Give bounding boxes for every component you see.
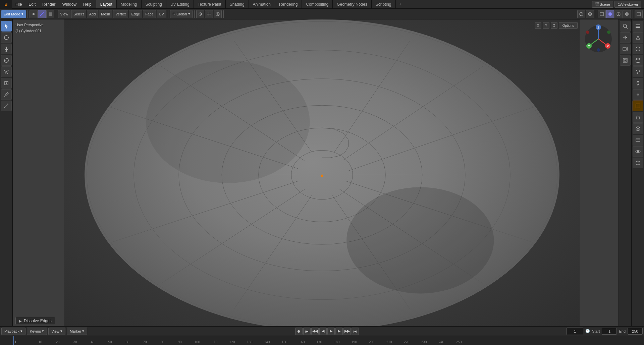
transform-pivot-btn[interactable] bbox=[196, 10, 204, 18]
keying-menu[interactable]: Keying ▾ bbox=[27, 328, 47, 335]
tab-shading[interactable]: Shading bbox=[226, 0, 249, 8]
viewport-zoom-btn[interactable] bbox=[620, 21, 631, 32]
material-panel-btn[interactable] bbox=[633, 44, 643, 54]
svg-text:Z: Z bbox=[597, 26, 599, 29]
add-workspace-button[interactable]: + bbox=[396, 0, 405, 8]
marker-menu[interactable]: Marker ▾ bbox=[67, 328, 87, 335]
constraints-panel-btn[interactable] bbox=[633, 89, 643, 100]
menu-edit[interactable]: Edit bbox=[25, 0, 39, 8]
proportional-edit-btn[interactable] bbox=[214, 10, 222, 18]
annotate-tool[interactable] bbox=[1, 89, 12, 100]
world-panel-btn[interactable] bbox=[633, 158, 643, 168]
scale-tool[interactable] bbox=[1, 66, 12, 77]
mesh-canvas bbox=[13, 19, 631, 326]
select-tool[interactable] bbox=[1, 21, 12, 32]
play-btn[interactable]: ▶ bbox=[327, 328, 335, 335]
object-panel-btn[interactable] bbox=[633, 101, 643, 111]
playback-menu[interactable]: Playback ▾ bbox=[1, 328, 25, 335]
viewport-select-icon[interactable] bbox=[635, 10, 643, 18]
viewport-camera-btn[interactable] bbox=[620, 44, 631, 54]
show-gizmo-btn[interactable] bbox=[577, 10, 585, 18]
face-select-btn[interactable] bbox=[46, 10, 54, 18]
bottom-playback-bar: Playback ▾ Keying ▾ View ▾ Marker ▾ ⏺ ⏮ … bbox=[0, 326, 644, 336]
scene-icon: 🎬 bbox=[595, 2, 600, 6]
add-menu[interactable]: Add bbox=[87, 10, 98, 18]
transform-space[interactable]: ⊕ Global ▾ bbox=[170, 10, 193, 18]
svg-point-75 bbox=[623, 24, 627, 27]
modifier-panel-btn[interactable] bbox=[633, 32, 643, 43]
measure-tool[interactable] bbox=[1, 101, 12, 111]
tools-panel-btn[interactable] bbox=[633, 21, 643, 32]
physics-panel-btn[interactable] bbox=[633, 78, 643, 89]
rotate-tool[interactable] bbox=[1, 55, 12, 66]
vertex-select-btn[interactable] bbox=[30, 10, 38, 18]
viewport-pan-btn[interactable] bbox=[620, 32, 631, 43]
next-keyframe-btn[interactable]: ▶ bbox=[335, 328, 343, 335]
render-shading-btn[interactable] bbox=[623, 10, 631, 18]
viewport-ortho-btn[interactable] bbox=[620, 55, 631, 66]
wireframe-shading-btn[interactable] bbox=[598, 10, 606, 18]
tab-sculpting[interactable]: Sculpting bbox=[142, 0, 166, 8]
svg-point-60 bbox=[146, 60, 310, 183]
tab-compositing[interactable]: Compositing bbox=[302, 0, 333, 8]
timeline-view-menu[interactable]: View ▾ bbox=[48, 328, 65, 335]
record-btn[interactable]: ⏺ bbox=[295, 328, 303, 335]
edge-select-btn[interactable] bbox=[38, 10, 46, 18]
frame-start-input[interactable]: 1 bbox=[602, 328, 617, 335]
tab-modeling[interactable]: Modeling bbox=[117, 0, 142, 8]
tab-texture-paint[interactable]: Texture Paint bbox=[194, 0, 226, 8]
uv-menu[interactable]: UV bbox=[157, 10, 166, 18]
output-panel-btn[interactable] bbox=[633, 135, 643, 146]
tab-animation[interactable]: Animation bbox=[249, 0, 275, 8]
menu-file[interactable]: File bbox=[12, 0, 25, 8]
overlay-btn[interactable] bbox=[586, 10, 594, 18]
snapping-btn[interactable] bbox=[205, 10, 213, 18]
cursor-tool[interactable] bbox=[1, 32, 12, 43]
edge-menu[interactable]: Edge bbox=[129, 10, 142, 18]
timeline-bar[interactable]: 1 10 20 30 40 50 60 70 80 90 100 110 120… bbox=[0, 336, 644, 345]
mesh-menu[interactable]: Mesh bbox=[99, 10, 112, 18]
menu-window[interactable]: Window bbox=[59, 0, 80, 8]
tab-geometry-nodes[interactable]: Geometry Nodes bbox=[333, 0, 372, 8]
transform-tool[interactable] bbox=[1, 78, 12, 89]
prev-frame-btn[interactable]: ◀◀ bbox=[311, 328, 319, 335]
face-menu[interactable]: Face bbox=[143, 10, 156, 18]
keying-chevron-icon: ▾ bbox=[42, 329, 44, 333]
z-axis-btn[interactable]: Z bbox=[551, 22, 557, 29]
scene-panel-btn[interactable] bbox=[633, 112, 643, 123]
frame-end-input[interactable]: 250 bbox=[628, 328, 643, 335]
prev-keyframe-btn[interactable]: ◀ bbox=[319, 328, 327, 335]
dissolve-edges-panel[interactable]: ▶ Dissolve Edges bbox=[15, 317, 55, 325]
vertex-menu[interactable]: Vertex bbox=[113, 10, 128, 18]
viewlayer-selector[interactable]: 🗂 ViewLayer bbox=[614, 1, 641, 8]
particles-panel-btn[interactable] bbox=[633, 66, 643, 77]
select-menu[interactable]: Select bbox=[71, 10, 86, 18]
data-panel-btn[interactable] bbox=[633, 55, 643, 66]
scene-selector[interactable]: 🎬 Scene bbox=[592, 1, 613, 8]
render-panel-btn[interactable] bbox=[633, 123, 643, 134]
view-menu[interactable]: View bbox=[58, 10, 71, 18]
tab-rendering[interactable]: Rendering bbox=[275, 0, 302, 8]
x-axis-btn[interactable]: X bbox=[535, 22, 541, 29]
navigation-gizmo[interactable]: Z X Y bbox=[582, 22, 615, 56]
mode-chevron-icon: ▾ bbox=[21, 12, 23, 16]
viewport[interactable]: User Perspective (1) Cylinder.001 ▶ Diss… bbox=[13, 19, 631, 326]
current-frame-display[interactable]: 1 bbox=[567, 328, 583, 335]
next-frame-btn[interactable]: ▶▶ bbox=[343, 328, 351, 335]
solid-shading-btn[interactable] bbox=[606, 10, 614, 18]
menu-render[interactable]: Render bbox=[39, 0, 59, 8]
mode-selector[interactable]: Edit Mode ▾ bbox=[1, 10, 26, 18]
material-shading-btn[interactable] bbox=[614, 10, 623, 18]
clock-icon: 🕐 bbox=[585, 329, 590, 333]
menu-help[interactable]: Help bbox=[80, 0, 95, 8]
jump-start-btn[interactable]: ⏮ bbox=[303, 328, 311, 335]
jump-end-btn[interactable]: ⏭ bbox=[352, 328, 359, 335]
options-btn[interactable]: Options bbox=[559, 22, 578, 29]
tab-scripting[interactable]: Scripting bbox=[372, 0, 396, 8]
tab-layout[interactable]: Layout bbox=[96, 0, 117, 8]
svg-point-87 bbox=[639, 70, 640, 72]
tab-uv-editing[interactable]: UV Editing bbox=[166, 0, 194, 8]
move-tool[interactable] bbox=[1, 44, 12, 54]
y-axis-btn[interactable]: Y bbox=[543, 22, 549, 29]
view-panel-btn[interactable] bbox=[633, 146, 643, 157]
